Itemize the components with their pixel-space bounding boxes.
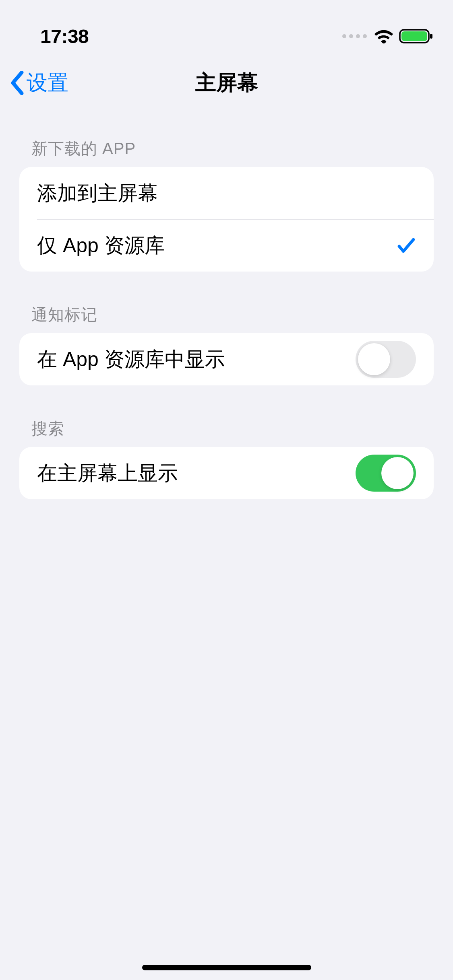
row-label: 在 App 资源库中显示	[37, 346, 225, 373]
toggle-show-in-library[interactable]	[356, 341, 416, 378]
status-indicators	[342, 28, 433, 44]
settings-content: 新下载的 APP 添加到主屏幕 仅 App 资源库 通知标记 在 App 资源库…	[0, 109, 453, 499]
back-button[interactable]: 设置	[10, 69, 68, 97]
group-new-apps: 添加到主屏幕 仅 App 资源库	[19, 167, 434, 272]
option-label: 仅 App 资源库	[37, 232, 165, 259]
group-search: 在主屏幕上显示	[19, 447, 434, 499]
svg-rect-2	[430, 34, 432, 39]
back-label: 设置	[27, 69, 68, 97]
page-title: 主屏幕	[195, 69, 258, 97]
row-show-on-home: 在主屏幕上显示	[19, 447, 434, 499]
section-header-search: 搜索	[19, 385, 434, 447]
toggle-show-on-home[interactable]	[356, 455, 416, 492]
toggle-knob	[358, 343, 390, 375]
section-header-badges: 通知标记	[19, 272, 434, 333]
row-label: 在主屏幕上显示	[37, 460, 178, 487]
status-time: 17:38	[40, 25, 89, 47]
toggle-knob	[381, 457, 414, 489]
chevron-left-icon	[10, 71, 24, 95]
section-header-new-apps: 新下载的 APP	[19, 109, 434, 167]
option-add-to-home[interactable]: 添加到主屏幕	[19, 167, 434, 219]
option-label: 添加到主屏幕	[37, 180, 158, 207]
svg-rect-1	[401, 31, 427, 41]
group-badges: 在 App 资源库中显示	[19, 333, 434, 385]
navigation-bar: 设置 主屏幕	[0, 56, 453, 109]
battery-icon	[399, 28, 433, 44]
row-show-in-library: 在 App 资源库中显示	[19, 333, 434, 385]
status-bar: 17:38	[0, 0, 453, 56]
checkmark-icon	[396, 235, 416, 255]
wifi-icon	[374, 29, 393, 43]
signal-dots-icon	[342, 34, 367, 38]
option-app-library-only[interactable]: 仅 App 资源库	[19, 219, 434, 272]
home-indicator[interactable]	[142, 965, 311, 970]
